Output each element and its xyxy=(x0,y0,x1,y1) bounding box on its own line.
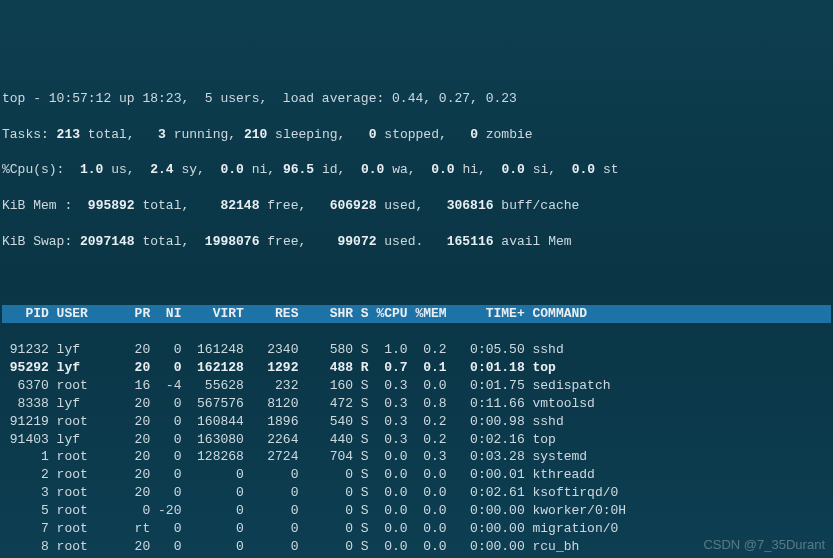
summary-line-cpu: %Cpu(s): 1.0 us, 2.4 sy, 0.0 ni, 96.5 id… xyxy=(2,161,831,179)
cpu-si: 0.0 xyxy=(494,162,533,177)
table-row[interactable]: 2 root 20 0 0 0 0 S 0.0 0.0 0:00.01 kthr… xyxy=(2,466,831,484)
summary-line-tasks: Tasks: 213 total, 3 running, 210 sleepin… xyxy=(2,126,831,144)
table-row[interactable]: 8338 lyf 20 0 567576 8120 472 S 0.3 0.8 … xyxy=(2,395,831,413)
mem-used: 606928 xyxy=(330,198,385,213)
tasks-total: 213 xyxy=(49,127,88,142)
cpu-us: 1.0 xyxy=(72,162,111,177)
table-row[interactable]: 1 root 20 0 128268 2724 704 S 0.0 0.3 0:… xyxy=(2,448,831,466)
table-row[interactable]: 6370 root 16 -4 55628 232 160 S 0.3 0.0 … xyxy=(2,377,831,395)
terminal-output: top - 10:57:12 up 18:23, 5 users, load a… xyxy=(0,72,833,558)
swap-avail: 165116 xyxy=(447,234,502,249)
cpu-wa: 0.0 xyxy=(353,162,392,177)
cpu-sy: 2.4 xyxy=(142,162,181,177)
table-row[interactable]: 95292 lyf 20 0 162128 1292 488 R 0.7 0.1… xyxy=(2,359,831,377)
tasks-sleeping: 210 xyxy=(244,127,275,142)
process-table-header: PID USER PR NI VIRT RES SHR S %CPU %MEM … xyxy=(2,305,831,323)
process-table-body: 91232 lyf 20 0 161248 2340 580 S 1.0 0.2… xyxy=(2,341,831,558)
summary-line-mem: KiB Mem : 995892 total, 82148 free, 6069… xyxy=(2,197,831,215)
table-row[interactable]: 91219 root 20 0 160844 1896 540 S 0.3 0.… xyxy=(2,413,831,431)
tasks-zombie: 0 xyxy=(470,127,486,142)
summary-line-swap: KiB Swap: 2097148 total, 1998076 free, 9… xyxy=(2,233,831,251)
cpu-id: 96.5 xyxy=(283,162,322,177)
cpu-hi: 0.0 xyxy=(423,162,462,177)
mem-total: 995892 xyxy=(88,198,143,213)
swap-total: 2097148 xyxy=(80,234,142,249)
cpu-st: 0.0 xyxy=(564,162,603,177)
tasks-running: 3 xyxy=(158,127,174,142)
watermark: CSDN @7_35Durant xyxy=(703,536,825,554)
table-row[interactable]: 91403 lyf 20 0 163080 2264 440 S 0.3 0.2… xyxy=(2,431,831,449)
mem-buff: 306816 xyxy=(447,198,502,213)
blank-line xyxy=(2,269,831,287)
summary-line-1: top - 10:57:12 up 18:23, 5 users, load a… xyxy=(2,90,831,108)
tasks-label: Tasks: xyxy=(2,127,49,142)
table-row[interactable]: 91232 lyf 20 0 161248 2340 580 S 1.0 0.2… xyxy=(2,341,831,359)
table-row[interactable]: 5 root 0 -20 0 0 0 S 0.0 0.0 0:00.00 kwo… xyxy=(2,502,831,520)
tasks-stopped: 0 xyxy=(369,127,385,142)
swap-free: 1998076 xyxy=(205,234,267,249)
mem-free: 82148 xyxy=(220,198,267,213)
swap-used: 99072 xyxy=(338,234,385,249)
cpu-ni: 0.0 xyxy=(213,162,252,177)
table-row[interactable]: 3 root 20 0 0 0 0 S 0.0 0.0 0:02.61 ksof… xyxy=(2,484,831,502)
